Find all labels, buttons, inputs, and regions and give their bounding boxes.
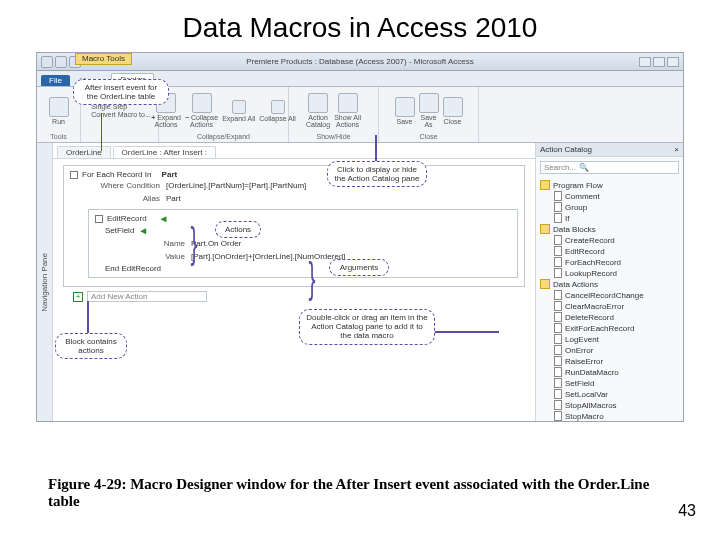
end-editrecord: End EditRecord — [95, 263, 511, 274]
brace-icon: } — [191, 228, 198, 257]
node-comment[interactable]: Comment — [540, 191, 679, 202]
qat-undo-icon[interactable] — [55, 56, 67, 68]
setfield-action[interactable]: SetField◄ — [95, 224, 511, 237]
collapse-expand-group-label: Collapse/Expand — [197, 132, 250, 140]
callout-show-hide: Click to display or hide the Action Cata… — [327, 161, 427, 187]
node-clear[interactable]: ClearMacroError — [540, 301, 679, 312]
add-new-action[interactable]: +Add New Action — [73, 291, 525, 302]
close-group-label: Close — [420, 132, 438, 140]
node-data-blocks[interactable]: Data Blocks — [540, 224, 679, 235]
node-if[interactable]: If — [540, 213, 679, 224]
show-all-actions-button[interactable]: Show AllActions — [334, 93, 361, 128]
run-button[interactable]: Run — [49, 97, 69, 125]
titlebar: Macro Tools Premiere Products : Database… — [37, 53, 683, 71]
node-stop[interactable]: StopMacro — [540, 411, 679, 421]
node-lookuprecord[interactable]: LookupRecord — [540, 268, 679, 279]
node-editrecord[interactable]: EditRecord — [540, 246, 679, 257]
access-window: Macro Tools Premiere Products : Database… — [36, 52, 684, 422]
close-button[interactable] — [667, 57, 679, 67]
action-catalog-pane: Action Catalog× Search...🔍 Program Flow … — [535, 143, 683, 421]
arrow-icon: ◄ — [138, 225, 148, 236]
expand-all-button[interactable]: Expand All — [222, 100, 255, 122]
name-value: Part.On Order — [191, 239, 241, 248]
callout-after-insert: After Insert event for the OrderLine tab… — [73, 79, 169, 105]
node-foreachrecord[interactable]: ForEachRecord — [540, 257, 679, 268]
action-catalog-button[interactable]: ActionCatalog — [306, 93, 330, 128]
node-rundata[interactable]: RunDataMacro — [540, 367, 679, 378]
node-onerror[interactable]: OnError — [540, 345, 679, 356]
plus-icon: + — [73, 292, 83, 302]
node-data-actions[interactable]: Data Actions — [540, 279, 679, 290]
callout-arguments: Arguments — [329, 259, 389, 276]
save-as-button[interactable]: SaveAs — [419, 93, 439, 128]
search-icon: 🔍 — [579, 163, 589, 172]
document-tabs: OrderLine OrderLine : After Insert : — [53, 143, 535, 159]
qat-save-icon[interactable] — [41, 56, 53, 68]
collapse-icon[interactable] — [70, 171, 78, 179]
collapse-icon[interactable] — [95, 215, 103, 223]
contextual-tab-label: Macro Tools — [75, 53, 132, 65]
file-tab[interactable]: File — [41, 75, 70, 86]
doctab-afterinsert[interactable]: OrderLine : After Insert : — [113, 146, 216, 158]
tools-group-label: Tools — [50, 132, 66, 140]
where-label: Where Condition — [88, 181, 160, 190]
window-title: Premiere Products : Database (Access 200… — [87, 57, 633, 66]
catalog-title: Action Catalog — [540, 145, 592, 154]
brace-icon: } — [309, 263, 316, 292]
save-button[interactable]: Save — [395, 97, 415, 125]
page-number: 43 — [678, 502, 696, 520]
node-raise[interactable]: RaiseError — [540, 356, 679, 367]
minimize-button[interactable] — [639, 57, 651, 67]
catalog-tree: Program Flow Comment Group If Data Block… — [536, 178, 683, 421]
node-log[interactable]: LogEvent — [540, 334, 679, 345]
name-label: Name — [113, 239, 185, 248]
macro-designer: For Each Record In Part Where Condition[… — [53, 159, 535, 308]
callout-block-actions: Block contains actions — [55, 333, 127, 359]
node-cancel[interactable]: CancelRecordChange — [540, 290, 679, 301]
convert-button[interactable]: Convert Macro to... — [88, 111, 151, 118]
foreach-block[interactable]: For Each Record In Part Where Condition[… — [63, 165, 525, 287]
navigation-pane[interactable]: Navigation Pane — [37, 143, 53, 421]
node-setlocal[interactable]: SetLocalVar — [540, 389, 679, 400]
callout-drag: Double-click or drag an item in the Acti… — [299, 309, 435, 345]
node-delete[interactable]: DeleteRecord — [540, 312, 679, 323]
close-macro-button[interactable]: Close — [443, 97, 463, 125]
doctab-orderline[interactable]: OrderLine — [57, 146, 111, 158]
node-stopall[interactable]: StopAllMacros — [540, 400, 679, 411]
show-hide-group-label: Show/Hide — [317, 132, 351, 140]
alias-label: Alias — [88, 194, 160, 203]
maximize-button[interactable] — [653, 57, 665, 67]
callout-actions: Actions — [215, 221, 261, 238]
node-exit[interactable]: ExitForEachRecord — [540, 323, 679, 334]
alias-value: Part — [166, 194, 181, 203]
node-setfield[interactable]: SetField — [540, 378, 679, 389]
figure-caption: Figure 4-29: Macro Designer window for t… — [48, 476, 660, 510]
close-pane-icon[interactable]: × — [674, 145, 679, 154]
catalog-search[interactable]: Search...🔍 — [540, 161, 679, 174]
slide-title: Data Macros in Access 2010 — [0, 0, 720, 52]
editrecord-block[interactable]: EditRecord◄ SetField◄ NamePart.On Order … — [88, 209, 518, 278]
arrow-icon: ◄ — [159, 213, 169, 224]
node-program-flow[interactable]: Program Flow — [540, 180, 679, 191]
node-createrecord[interactable]: CreateRecord — [540, 235, 679, 246]
node-group[interactable]: Group — [540, 202, 679, 213]
value-value: [Part].[OnOrder]+[OrderLine].[NumOrdered… — [191, 252, 346, 261]
where-value: [OrderLine].[PartNum]=[Part].[PartNum] — [166, 181, 306, 190]
value-label: Value — [113, 252, 185, 261]
collapse-actions-button[interactable]: − CollapseActions — [185, 93, 218, 128]
